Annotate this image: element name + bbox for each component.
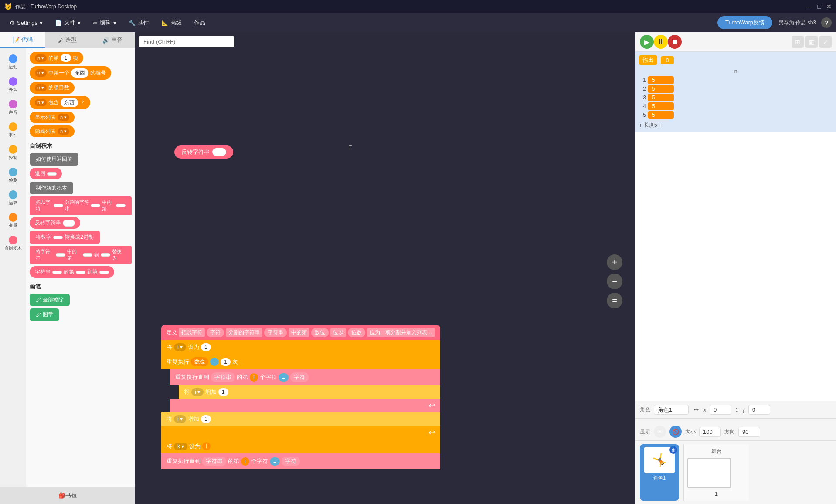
titlebar: 🐱 作品 - TurboWarp Desktop — □ ✕ (0, 0, 836, 13)
inc-i-block-1[interactable]: 将 i ▾ 增加 1 (179, 385, 440, 399)
repeat-until-block-2[interactable]: 重复执行直到 字符串 的第 i 个字符 = 字符 (161, 453, 440, 469)
minimize-button[interactable]: — (806, 3, 812, 10)
custom-reverse-block[interactable]: 反转字符串 (30, 217, 132, 229)
list-block-show[interactable]: 显示列表 n ▾ (30, 112, 132, 123)
category-variables[interactable]: 变量 (3, 210, 24, 231)
sprite-card-name: 角色1 (653, 475, 666, 481)
help-button[interactable]: ? (821, 17, 832, 28)
repeat-block[interactable]: 重复执行 数位 - 1 次 (161, 354, 440, 369)
sprite-x-input[interactable] (710, 405, 731, 415)
category-sound[interactable]: 声音 (3, 97, 24, 118)
custom-replace-block[interactable]: 将字符串 中的第 到 替换为 (30, 246, 132, 264)
category-events[interactable]: 事件 (3, 120, 24, 141)
category-looks[interactable]: 外观 (3, 74, 24, 95)
loop-close-1: ↩ (170, 399, 440, 412)
tab-costumes[interactable]: 🖌 造型 (45, 32, 90, 48)
turbowarp-button[interactable]: TurboWarp反馈 (717, 16, 772, 29)
zuopin-menu[interactable]: 作品 (189, 16, 211, 29)
stage-panel: 舞台 1 (683, 444, 749, 501)
output-footer: + 长度5 = (639, 122, 833, 129)
repeat-until-block[interactable]: 重复执行直到 字符串 的第 i 个字符 = 字符 (170, 369, 440, 385)
edit-menu[interactable]: ✏ 编辑 ▾ (88, 16, 122, 29)
category-operators[interactable]: 运算 (3, 188, 24, 209)
backpack-bar: 🎒 书包 (0, 487, 135, 504)
left-panel-inner: 运动 外观 声音 事件 控制 (0, 48, 135, 487)
category-sensing[interactable]: 侦测 (3, 165, 24, 186)
custom-tobinary-block[interactable]: 将数字 转换成2进制 (30, 231, 132, 244)
set-i-block[interactable]: 将 i ▾ 设为 1 (161, 340, 440, 354)
toggle-switch[interactable] (212, 148, 226, 156)
stop-button[interactable]: ⏹ (668, 35, 682, 49)
plugins-menu[interactable]: 🔧 插件 (123, 16, 154, 29)
settings-menu[interactable]: ⚙ Settings ▾ (4, 17, 48, 29)
sound-icon: 🔊 (102, 37, 109, 44)
sprite-card-1[interactable]: 🗑 🤸 角色1 (640, 444, 679, 501)
list-block-2[interactable]: n ▾ 中第一个 东西 的编号 (30, 66, 132, 80)
list-block-1[interactable]: n ▾ 的第 1 项 (30, 52, 132, 64)
output-row-5: 5 5 (639, 111, 833, 119)
subtract-button[interactable]: − (607, 274, 622, 289)
canvas-floating-block[interactable]: 反转字符串 (174, 145, 233, 159)
blocks-panel: n ▾ 的第 1 项 n ▾ 中第一个 东西 的编号 (26, 48, 135, 487)
sprite-dir-input[interactable] (738, 427, 760, 437)
layout-expand-button[interactable]: ⤢ (819, 36, 832, 48)
stage-thumbnail (687, 458, 731, 488)
list-block-3[interactable]: n ▾ 的项目数 (30, 82, 132, 94)
tab-code[interactable]: 📝 代码 (0, 32, 45, 48)
output-list-panel: 输出 0 n 1 5 2 5 3 5 4 5 5 5 (635, 52, 836, 132)
right-side: ▶ ⏸ ⏹ ⊞ ▦ ⤢ 输出 0 n 1 5 2 5 (635, 32, 836, 504)
custom-substr-block[interactable]: 字符串 的第 到第 (30, 266, 132, 278)
tab-sounds[interactable]: 🔊 声音 (90, 32, 135, 48)
output-header: 输出 0 (639, 55, 833, 65)
settings-icon: ⚙ (10, 20, 15, 26)
output-row-1: 1 5 (639, 76, 833, 84)
equals-button[interactable]: = (607, 293, 622, 308)
list-block-4[interactable]: n ▾ 包含 东西 ？ (30, 96, 132, 109)
sprite-delete-button[interactable]: 🗑 (669, 446, 677, 454)
layout-split-button[interactable]: ⊞ (792, 36, 804, 48)
sprite-controls: 角色 ↔ x ↕ y (635, 401, 836, 419)
canvas-area[interactable]: 反转字符串 定义 把以字符 字符 分割的字符串 字符串 中的第 数位 位以 位数… (135, 32, 635, 504)
sprite-stage-area: 角色 ↔ x ↕ y 显示 👁 🚫 大小 方向 (635, 401, 836, 504)
maximize-button[interactable]: □ (818, 3, 821, 10)
inc-i-block-2[interactable]: 将 i ▾ 增加 1 (161, 412, 440, 426)
custom-split-block[interactable]: 把以字符 分割的字符串 中的第 (30, 196, 132, 215)
output-col-n: n (639, 68, 833, 75)
pen-section-label: 画笔 (30, 280, 132, 291)
category-custom[interactable]: 自制积木 (3, 233, 24, 254)
sprite-show-row: 显示 👁 🚫 大小 方向 (635, 423, 836, 441)
sprite-y-input[interactable] (748, 405, 770, 415)
how-to-use-return[interactable]: 如何使用返回值 (30, 153, 132, 166)
pen-icon: 🖊 (36, 297, 41, 303)
menubar: ⚙ Settings ▾ 📄 文件 ▾ ✏ 编辑 ▾ 🔧 插件 📐 高级 作品 … (0, 13, 836, 32)
chevron-down-icon: ▾ (113, 20, 116, 26)
pause-button[interactable]: ⏸ (654, 35, 668, 49)
make-new-block[interactable]: 制作新的积木 (30, 182, 132, 194)
pen-stamp-block[interactable]: 🖊 图章 (30, 308, 132, 321)
sprite-size-input[interactable] (699, 427, 721, 437)
add-button[interactable]: + (607, 254, 622, 270)
advanced-menu[interactable]: 📐 高级 (156, 16, 187, 29)
preview-controls: ▶ ⏸ ⏹ ⊞ ▦ ⤢ (635, 32, 836, 52)
sprite-name-input[interactable] (654, 405, 689, 415)
eye-hide-button[interactable]: 🚫 (669, 426, 682, 438)
return-block[interactable]: 返回 (30, 168, 132, 179)
close-button[interactable]: ✕ (826, 3, 832, 10)
list-block-hide[interactable]: 隐藏列表 n ▾ (30, 125, 132, 137)
edit-icon: ✏ (93, 20, 98, 26)
file-menu[interactable]: 📄 文件 ▾ (50, 16, 86, 29)
advanced-icon: 📐 (161, 20, 168, 26)
cursor (349, 145, 352, 149)
category-motion[interactable]: 运动 (3, 52, 24, 73)
category-control[interactable]: 控制 (3, 142, 24, 163)
save-as-button[interactable]: 另存为 作品.sb3 (778, 19, 816, 27)
sprites-list: 🗑 🤸 角色1 舞台 1 (635, 441, 836, 504)
pen-clear-block[interactable]: 🖊 全部擦除 (30, 294, 132, 306)
layout-full-button[interactable]: ▦ (805, 36, 818, 48)
set-k-block[interactable]: 将 k ▾ 设为 i (161, 439, 440, 453)
eye-show-button[interactable]: 👁 (654, 426, 666, 438)
file-icon: 📄 (55, 20, 62, 26)
define-block-header[interactable]: 定义 把以字符 字符 分割的字符串 字符串 中的第 数位 位以 位数 位为一项分… (161, 325, 440, 340)
play-button[interactable]: ▶ (640, 35, 654, 49)
find-input[interactable] (139, 36, 234, 47)
